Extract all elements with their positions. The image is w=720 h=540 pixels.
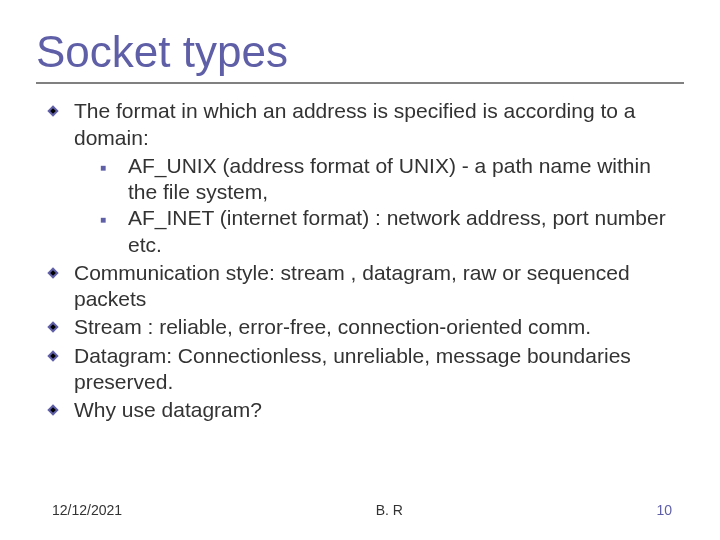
- footer-date: 12/12/2021: [52, 502, 122, 518]
- sub-bullet-item: ■ AF_UNIX (address format of UNIX) - a p…: [100, 153, 684, 206]
- sub-bullet-text: AF_UNIX (address format of UNIX) - a pat…: [128, 153, 684, 206]
- diamond-bullet-icon: [46, 260, 74, 280]
- diamond-bullet-icon: [46, 397, 74, 417]
- bullet-item: Datagram: Connectionless, unreliable, me…: [46, 343, 684, 396]
- slide-footer: 12/12/2021 B. R 10: [0, 502, 720, 518]
- square-bullet-icon: ■: [100, 205, 128, 227]
- square-bullet-icon: ■: [100, 153, 128, 175]
- title-underline: [36, 82, 684, 84]
- bullet-text: Stream : reliable, error-free, connectio…: [74, 314, 684, 340]
- sub-bullet-text: AF_INET (internet format) : network addr…: [128, 205, 684, 258]
- diamond-bullet-icon: [46, 98, 74, 118]
- slide-title: Socket types: [36, 28, 684, 76]
- slide-content: The format in which an address is specif…: [36, 98, 684, 423]
- bullet-text: Communication style: stream , datagram, …: [74, 260, 684, 313]
- diamond-bullet-icon: [46, 314, 74, 334]
- footer-author: B. R: [376, 502, 403, 518]
- footer-slide-number: 10: [656, 502, 672, 518]
- bullet-text: Why use datagram?: [74, 397, 684, 423]
- bullet-item: Communication style: stream , datagram, …: [46, 260, 684, 313]
- diamond-bullet-icon: [46, 343, 74, 363]
- sub-bullet-list: ■ AF_UNIX (address format of UNIX) - a p…: [100, 153, 684, 258]
- bullet-item: Stream : reliable, error-free, connectio…: [46, 314, 684, 340]
- bullet-item: Why use datagram?: [46, 397, 684, 423]
- bullet-item: The format in which an address is specif…: [46, 98, 684, 151]
- sub-bullet-item: ■ AF_INET (internet format) : network ad…: [100, 205, 684, 258]
- bullet-text: Datagram: Connectionless, unreliable, me…: [74, 343, 684, 396]
- bullet-text: The format in which an address is specif…: [74, 98, 684, 151]
